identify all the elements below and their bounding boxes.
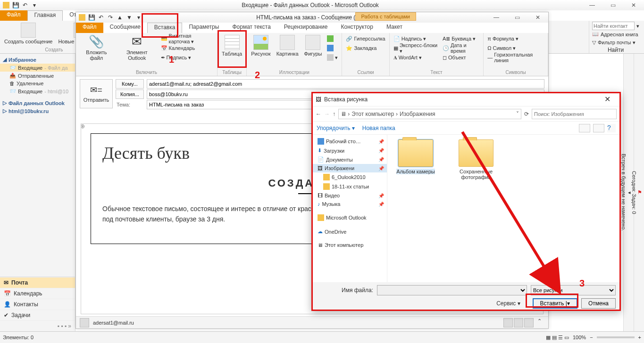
calendar-button[interactable]: 📅 Календарь [160, 43, 214, 53]
nav-account[interactable]: ▷ html@10bukv.ru [0, 107, 75, 115]
new-message-button[interactable]: Создать сообщение [3, 22, 54, 45]
to-field[interactable] [147, 79, 544, 89]
qat-more-icon[interactable]: ▾ [30, 1, 39, 9]
business-card-button[interactable]: 💳 Визитная карточка ▾ [160, 34, 214, 43]
tasks-bar[interactable]: ⚑Сегодня: Задач: 0 [634, 54, 644, 331]
send-button[interactable]: ✉=Отправить [80, 79, 113, 108]
msg-tab-format[interactable]: Формат текста [226, 23, 277, 33]
navbtn-calendar[interactable]: 📅 Календарь [0, 288, 75, 299]
nav-favorites[interactable]: ◢ Избранное [0, 56, 75, 64]
dialog-search-input[interactable] [532, 109, 617, 119]
msg-tab-review[interactable]: Рецензирование [277, 23, 335, 33]
msg-tab-file[interactable]: Файл [76, 23, 103, 33]
zoom-out-button[interactable]: − [590, 335, 593, 340]
view-icons[interactable]: ▦ ▤ ☰ ▭ [546, 335, 569, 341]
cancel-button[interactable]: Отмена [581, 298, 616, 309]
to-button[interactable]: Кому... [116, 79, 144, 89]
msg-prev-icon[interactable]: ▲ [116, 13, 124, 22]
symbol-button[interactable]: Ω Символ ▾ [486, 43, 545, 53]
bookmark-button[interactable]: ⭐ Закладка [345, 43, 386, 53]
table-move-handle-icon[interactable]: ⊕ [81, 123, 85, 130]
navbtn-contacts[interactable]: 👤 Контакты [0, 299, 75, 310]
address-book-button[interactable]: 📖 Адресная книга [592, 30, 639, 39]
find-contact-go-icon[interactable]: ▾ [636, 23, 639, 29]
table-tools-tab[interactable]: Работа с таблицами [355, 12, 416, 21]
navbtn-tasks[interactable]: ✔ Задачи [0, 310, 75, 320]
tools-menu[interactable]: Сервис ▾ [496, 300, 520, 307]
tree-documents[interactable]: 📄Документы📌 [312, 155, 387, 164]
quickparts-button[interactable]: ▦ Экспресс-блоки ▾ [393, 43, 439, 53]
new-folder-button[interactable]: Новая папка [362, 125, 395, 131]
attach-file-button[interactable]: 📎Вложить файл [79, 34, 114, 62]
msg-maximize-button[interactable]: ▭ [507, 12, 527, 23]
msg-qat-more-icon[interactable]: ▾ [134, 13, 143, 22]
tree-pictures[interactable]: 🖼Изображени📌 [312, 164, 387, 172]
dialog-file-area[interactable]: Альбом камеры Сохраненные фотографии [387, 135, 620, 282]
outlook-item-button[interactable]: ✉Элемент Outlook [117, 34, 157, 62]
msg-minimize-button[interactable]: — [486, 12, 507, 23]
filename-combo[interactable] [377, 285, 527, 295]
nav-inbox[interactable]: 📨 Входящие - Файл да [0, 64, 75, 72]
msg-tab-insert[interactable]: Вставка [147, 23, 183, 33]
msg-undo-icon[interactable]: ↶ [97, 13, 105, 22]
tree-downloads[interactable]: ⬇Загрузки📌 [312, 146, 387, 155]
dropcap-button[interactable]: A≣ Буквица ▾ [442, 34, 480, 43]
object-button[interactable]: ◻ Объект [442, 53, 480, 62]
tree-onedrive[interactable]: ☁OneDrive [312, 227, 387, 236]
msg-tab-message[interactable]: Сообщение [103, 23, 147, 33]
msg-tab-layout[interactable]: Макет [380, 23, 409, 33]
zoom-in-button[interactable]: + [638, 335, 641, 340]
tree-music[interactable]: ♪Музыка📌 [312, 200, 387, 208]
picture-button[interactable]: Рисунок [250, 34, 272, 57]
msg-redo-icon[interactable]: ↷ [106, 13, 115, 22]
close-button[interactable]: ✕ [623, 0, 644, 10]
help-button[interactable]: ? [607, 124, 616, 132]
insert-button[interactable]: Вставить |▾ [533, 298, 577, 309]
tree-this-pc[interactable]: 🖥Этот компьютер [312, 241, 387, 249]
organize-button[interactable]: Упорядочить ▾ [317, 125, 355, 131]
smartart-button[interactable] [326, 34, 339, 43]
qat-undo-icon[interactable]: ↶ [21, 1, 29, 9]
nav-inbox-2[interactable]: 📨 Входящие - html@10 [0, 87, 75, 95]
nav-sent[interactable]: 📤 Отправленные [0, 72, 75, 80]
nav-forward-button[interactable]: → [324, 111, 330, 117]
msg-close-button[interactable]: ✕ [527, 12, 548, 23]
navbtn-mail[interactable]: ✉ Почта [0, 277, 75, 288]
msg-tab-options[interactable]: Параметры [182, 23, 226, 33]
view-mode-button[interactable] [579, 124, 590, 132]
preview-pane-button[interactable] [593, 124, 604, 132]
nav-datafile[interactable]: ▷ Файл данных Outlook [0, 99, 75, 107]
msg-tab-design[interactable]: Конструктор [335, 23, 380, 33]
filter-mail-button[interactable]: ▽ Фильтр почты ▾ [592, 39, 639, 47]
nav-up-button[interactable]: ↑ [333, 111, 335, 117]
nav-deleted[interactable]: 🗑 Удаленные [0, 80, 75, 87]
minimize-button[interactable]: — [582, 0, 602, 10]
maximize-button[interactable]: ▭ [602, 0, 623, 10]
qat-save-icon[interactable]: 💾 [11, 1, 20, 9]
nav-refresh-button[interactable]: ⟳ [524, 111, 529, 117]
signature-button[interactable]: ✒ Подпись ▾ [160, 53, 214, 62]
screenshot-button[interactable]: ▾ [326, 53, 339, 62]
tree-sub-outlook2010[interactable]: 6_Oulook2010 [312, 172, 387, 182]
breadcrumb[interactable]: 🖥 › Этот компьютер › Изображения˅ [338, 109, 521, 119]
people-pane-expand-icon[interactable]: ⌃ [535, 318, 544, 327]
navbtn-more[interactable]: ▪ ▪ ▪ » [0, 320, 75, 331]
dialog-close-button[interactable]: ✕ [598, 95, 617, 104]
table-button[interactable]: Таблица [220, 34, 243, 57]
tab-home[interactable]: Главная [27, 10, 63, 21]
filetype-combo[interactable]: Все рисунки [531, 285, 616, 295]
shapes-button[interactable]: Фигуры [303, 34, 324, 57]
nav-back-button[interactable]: ← [316, 111, 321, 117]
tree-video[interactable]: 🎞Видео📌 [312, 191, 387, 200]
tree-desktop[interactable]: Рабочий сто…📌 [312, 137, 387, 146]
chart-button[interactable] [326, 43, 339, 53]
find-contact-input[interactable] [592, 22, 635, 30]
msg-save-icon[interactable]: 💾 [87, 13, 96, 22]
zoom-slider[interactable] [597, 336, 635, 338]
tree-ms-outlook[interactable]: Microsoft Outlook [312, 213, 387, 222]
tree-sub-articles[interactable]: 18-11-xx статьи [312, 182, 387, 191]
equation-button[interactable]: π Формула ▾ [486, 34, 545, 43]
hline-button[interactable]: — Горизонтальная линия [486, 53, 545, 62]
tab-file[interactable]: Файл [0, 10, 27, 21]
msg-next-icon[interactable]: ▼ [125, 13, 134, 22]
